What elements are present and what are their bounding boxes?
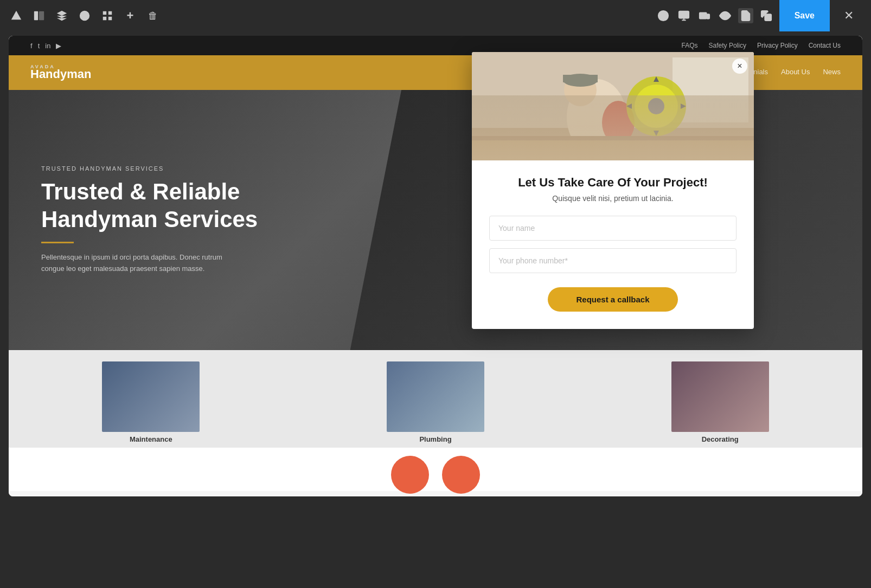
svg-point-25 xyxy=(648,98,664,114)
name-input[interactable] xyxy=(489,216,736,241)
svg-rect-4 xyxy=(103,11,106,15)
modal-close-button[interactable]: × xyxy=(732,59,747,74)
svg-rect-14 xyxy=(765,14,771,21)
svg-marker-0 xyxy=(11,11,21,20)
modal-image: × xyxy=(472,52,754,160)
history-icon[interactable] xyxy=(77,8,92,23)
close-button[interactable]: ✕ xyxy=(835,0,862,31)
add-icon[interactable]: + xyxy=(123,8,138,23)
svg-rect-5 xyxy=(108,11,112,15)
responsive-icon[interactable] xyxy=(697,8,712,23)
svg-point-24 xyxy=(635,85,678,128)
svg-rect-30 xyxy=(472,136,754,140)
help-icon[interactable] xyxy=(656,8,671,23)
modal-title: Let Us Take Care Of Your Project! xyxy=(489,176,736,190)
canvas-area: f t in ▶ FAQs Safety Policy Privacy Poli… xyxy=(9,36,862,496)
sidebar-toggle-icon[interactable] xyxy=(31,8,47,23)
svg-marker-27 xyxy=(681,104,686,109)
svg-rect-2 xyxy=(39,11,44,21)
modal-image-content xyxy=(472,52,754,160)
svg-rect-1 xyxy=(34,11,38,21)
svg-rect-17 xyxy=(472,128,754,160)
svg-marker-28 xyxy=(654,131,659,136)
modal-dialog: × Let Us Take Care Of Your Project! Quis… xyxy=(472,52,754,329)
svg-point-13 xyxy=(723,14,727,17)
svg-rect-7 xyxy=(108,17,112,20)
svg-point-9 xyxy=(663,18,664,19)
phone-input[interactable] xyxy=(489,248,736,273)
svg-rect-10 xyxy=(678,11,688,18)
avada-logo-icon[interactable] xyxy=(9,8,24,23)
svg-rect-11 xyxy=(699,13,706,19)
svg-rect-31 xyxy=(472,140,754,160)
modal-subtitle: Quisque velit nisi, pretium ut lacinia. xyxy=(489,194,736,203)
file-icon[interactable] xyxy=(738,8,753,23)
svg-rect-22 xyxy=(563,75,598,82)
handyman-illustration xyxy=(472,52,754,160)
svg-rect-12 xyxy=(706,14,709,18)
svg-marker-29 xyxy=(626,104,632,109)
layers-icon[interactable] xyxy=(54,8,69,23)
callback-button[interactable]: Request a callback xyxy=(548,287,678,312)
website-preview: f t in ▶ FAQs Safety Policy Privacy Poli… xyxy=(9,36,862,496)
delete-icon[interactable]: 🗑 xyxy=(145,8,161,23)
svg-rect-6 xyxy=(103,17,106,20)
copy-icon[interactable] xyxy=(759,8,774,23)
settings-icon[interactable] xyxy=(100,8,115,23)
toolbar-right: Save ✕ xyxy=(656,0,862,31)
toolbar: + 🗑 Save ✕ xyxy=(0,0,871,31)
modal-body: Let Us Take Care Of Your Project! Quisqu… xyxy=(472,160,754,329)
preview-icon[interactable] xyxy=(718,8,733,23)
modal-overlay: × Let Us Take Care Of Your Project! Quis… xyxy=(9,36,862,496)
desktop-icon[interactable] xyxy=(676,8,691,23)
svg-point-19 xyxy=(602,101,635,144)
save-button[interactable]: Save xyxy=(779,0,830,31)
toolbar-left: + 🗑 xyxy=(9,8,649,23)
